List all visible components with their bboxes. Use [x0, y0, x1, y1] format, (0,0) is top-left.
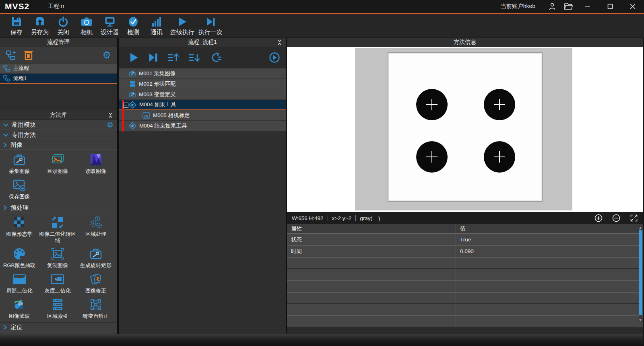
- flow-step-m005[interactable]: (x) M005 相机标定: [119, 110, 286, 121]
- table-row[interactable]: [287, 304, 643, 315]
- add-process-button[interactable]: [6, 50, 17, 60]
- library-group-common[interactable]: 常用模块 ⚙: [0, 120, 117, 130]
- designer-button[interactable]: 设计器: [98, 14, 122, 37]
- flow-step-button[interactable]: [148, 52, 159, 63]
- save-button[interactable]: 保存: [5, 14, 28, 37]
- scrollbar-thumb[interactable]: [639, 230, 642, 315]
- shape-match-icon: [129, 80, 136, 87]
- move-down-button[interactable]: [188, 52, 200, 63]
- table-row[interactable]: [287, 280, 643, 292]
- zoom-in-button[interactable]: [594, 214, 603, 222]
- table-row[interactable]: [287, 292, 643, 304]
- close-button[interactable]: [621, 0, 644, 13]
- distortion-icon: [88, 297, 103, 312]
- library-item-rotated-rect[interactable]: 生成旋转矩形: [80, 246, 111, 271]
- status-divider: [355, 215, 356, 221]
- folder-icon[interactable]: [560, 0, 576, 13]
- detect-button[interactable]: 检测: [122, 14, 145, 37]
- library-item-directory-image[interactable]: 目录图像: [47, 152, 68, 177]
- toolbox-icon: [129, 70, 136, 77]
- scroll-up-arrow[interactable]: [639, 227, 642, 229]
- library-section-image[interactable]: 图像: [0, 140, 117, 150]
- library-item-rgb-extract[interactable]: RGB颜色抽取: [3, 246, 35, 271]
- library-section-preprocess[interactable]: 预处理: [0, 203, 117, 212]
- table-row[interactable]: [287, 269, 643, 280]
- library-item-morphology[interactable]: 图像形态学: [6, 214, 33, 246]
- fit-view-button[interactable]: [630, 214, 638, 222]
- flow-step-m004-endif[interactable]: IF M004 结束如果工具: [119, 121, 286, 131]
- image-viewer[interactable]: [287, 47, 643, 212]
- palette-icon: [12, 247, 27, 261]
- library-section-locate[interactable]: 定位: [0, 322, 117, 332]
- table-row[interactable]: [287, 257, 643, 269]
- process-list-empty-area: [0, 84, 117, 111]
- table-scrollbar[interactable]: [639, 226, 642, 322]
- app-logo: MVS2: [5, 2, 29, 11]
- table-row[interactable]: 时间 0.090: [287, 245, 643, 257]
- library-item-region-process[interactable]: 区域处理: [85, 214, 106, 246]
- table-row[interactable]: 状态 True: [287, 234, 643, 245]
- maximize-button[interactable]: [599, 0, 621, 13]
- zoom-out-button[interactable]: [612, 214, 620, 222]
- process-item-flow1[interactable]: 流程1: [0, 74, 117, 84]
- library-item-read-image[interactable]: 读取图像: [85, 152, 106, 177]
- process-item-main[interactable]: 主流程: [0, 64, 117, 74]
- svg-text:IF: IF: [131, 124, 134, 127]
- communication-button[interactable]: 通讯: [145, 14, 168, 37]
- chevron-right-icon: [3, 142, 7, 148]
- flow-run-button[interactable]: [129, 52, 139, 63]
- chevron-right-icon: [3, 205, 7, 210]
- library-item-image-fix[interactable]: 图像修正: [85, 271, 106, 297]
- collapse-panel-icon[interactable]: [107, 112, 114, 118]
- if-icon: IF: [129, 101, 136, 109]
- save-as-button[interactable]: 另存为: [28, 14, 52, 37]
- delete-process-button[interactable]: [23, 49, 34, 61]
- run-continuous-button[interactable]: 连续执行: [168, 14, 196, 37]
- flow-step-m001[interactable]: M001 采集图像: [119, 68, 286, 79]
- scroll-down-arrow[interactable]: [639, 319, 642, 321]
- flow-step-m004-if[interactable]: IF M004 如果工具: [119, 100, 286, 110]
- camera-button[interactable]: 相机: [75, 14, 98, 37]
- titlebar: MVS2 工程:rr 当前账户hkeb: [0, 0, 644, 13]
- collapse-expander-box[interactable]: [123, 103, 128, 108]
- library-grid-image: 采集图像 目录图像 读取图像 保存图像: [0, 150, 117, 203]
- image-stack-icon: [50, 152, 65, 167]
- close-project-button[interactable]: 关闭: [52, 14, 75, 37]
- library-item-acquire-image[interactable]: 采集图像: [9, 152, 30, 177]
- library-item-image-filter[interactable]: 图像滤波: [9, 297, 30, 322]
- library-item-gray-binarize[interactable]: % 灰度二值化: [45, 271, 71, 297]
- minimize-button[interactable]: [576, 0, 599, 13]
- result-table: 属性 值 状态 True 时间 0.090: [287, 224, 643, 337]
- camera-image: [355, 48, 572, 210]
- move-up-button[interactable]: [167, 52, 180, 63]
- flow-step-m002[interactable]: M002 形状匹配: [119, 79, 286, 89]
- flow-step-m003[interactable]: M003 变量定义: [119, 89, 286, 100]
- collapse-panel-icon[interactable]: [277, 39, 283, 45]
- library-item-local-binarize[interactable]: 局部二值化: [6, 271, 33, 297]
- library-item-copy-image[interactable]: 复制图像: [47, 246, 68, 271]
- library-group-special[interactable]: 专用方法: [0, 130, 117, 140]
- library-item-region-index[interactable]: 区域索引: [47, 297, 68, 322]
- endif-icon: IF: [129, 122, 136, 130]
- library-item-save-image[interactable]: 保存图像: [9, 177, 30, 202]
- library-item-distortion-correct[interactable]: 畸变自矫正: [83, 297, 109, 322]
- library-settings-gear-icon[interactable]: ⚙: [107, 121, 114, 129]
- column-header-property: 属性: [287, 224, 456, 233]
- flow-run-circle-button[interactable]: [269, 52, 280, 63]
- loop-button[interactable]: [209, 52, 222, 63]
- library-grid-preprocess: 图像形态学 图像二值化转区域 区域处理 RGB颜色抽取 复制图像 生成旋转矩形 …: [0, 212, 117, 322]
- run-once-button[interactable]: 执行一次: [196, 14, 225, 37]
- process-settings-gear-icon[interactable]: ⚙: [102, 50, 111, 60]
- image-size-label: W:656 H:492: [292, 215, 324, 221]
- library-item-binarize-to-region[interactable]: 图像二值化转区域: [39, 214, 76, 246]
- save-as-icon: [34, 15, 45, 27]
- table-row[interactable]: [287, 315, 643, 327]
- main-toolbar: 保存 另存为 关闭 相机 设计器 检测 通讯: [0, 14, 644, 38]
- flow-toolbar: [119, 47, 286, 68]
- toolbox-icon: [129, 91, 136, 98]
- flow-step-label: M003 变量定义: [139, 91, 176, 98]
- signal-icon: [151, 15, 162, 27]
- flow-panel-title: 流程_流程1: [188, 39, 217, 46]
- user-icon[interactable]: [544, 0, 560, 13]
- image-fix-icon: [88, 272, 103, 286]
